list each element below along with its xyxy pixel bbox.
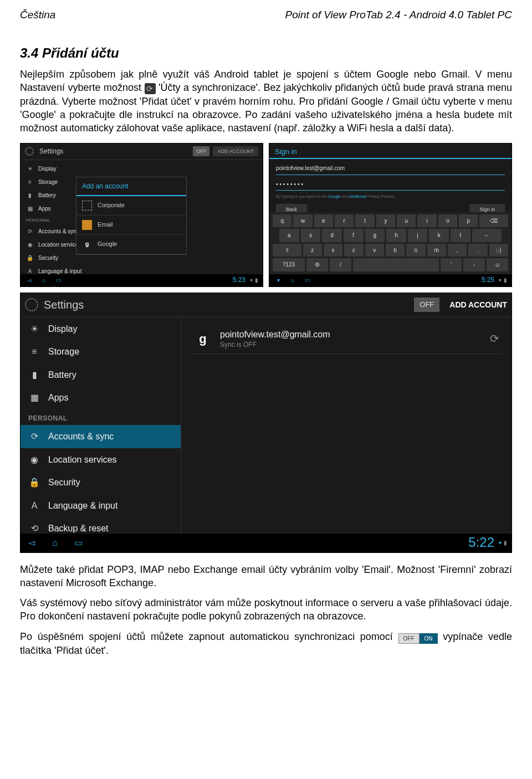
sidebar-item-location-services[interactable]: ◉Location services (21, 448, 181, 472)
toggle-on: ON (420, 633, 438, 644)
back-icon[interactable]: ◅ (25, 537, 38, 549)
key-a[interactable]: a (279, 229, 299, 242)
key-v[interactable]: v (365, 244, 384, 257)
key-t[interactable]: t (355, 214, 374, 228)
key-x[interactable]: x (324, 244, 342, 257)
popup-option-google[interactable]: gGoogle (76, 235, 186, 254)
key-?123[interactable]: ?123 (273, 258, 305, 271)
add-account-popup: Add an account Corporate Email gGoogle (76, 177, 187, 255)
keyboard: qwertyuiop⌫ asdfghjkl← ⇧zxcvbnm,.:-) ?12… (269, 212, 511, 274)
toggle-off[interactable]: OFF (193, 146, 209, 156)
display-icon: ☀ (26, 165, 34, 173)
battery-status-icon: ▮ (255, 276, 258, 284)
key-u[interactable]: u (397, 214, 416, 228)
sidebar-item-display[interactable]: ☀Display (21, 162, 263, 176)
key-e[interactable]: e (314, 214, 333, 228)
wifi-icon: ▾ (499, 539, 502, 547)
key-/[interactable]: / (330, 258, 351, 271)
sidebar-item-battery[interactable]: ▮Battery (21, 363, 181, 387)
key-b[interactable]: b (386, 244, 405, 257)
paragraph-1: Nejlepším způsobem jak plně využít váš A… (20, 68, 512, 135)
home-icon[interactable]: ⌂ (39, 276, 48, 284)
key-w[interactable]: w (293, 214, 312, 228)
recents-icon[interactable]: ▭ (54, 276, 63, 284)
google-link[interactable]: Google (328, 194, 341, 198)
google-icon: g (193, 329, 212, 348)
back-icon[interactable]: ◅ (25, 276, 34, 284)
key-,[interactable]: , (448, 244, 467, 257)
sidebar-item-security[interactable]: 🔒Security (21, 471, 181, 494)
key-:-)[interactable]: :-) (489, 244, 508, 257)
key-j[interactable]: j (408, 229, 428, 242)
key-o[interactable]: o (438, 214, 457, 228)
gear-icon (25, 147, 34, 156)
sync-toggle[interactable]: OFF (414, 298, 439, 312)
key-⚙[interactable]: ⚙ (306, 258, 328, 271)
home-icon[interactable]: ⌂ (48, 537, 62, 549)
lock-icon: 🔒 (26, 254, 34, 262)
sync-icon (145, 83, 156, 94)
key-q[interactable]: q (273, 214, 291, 228)
nav-bar: ▾ ⌂ ▭ 5:25 ▾ ▮ (269, 274, 511, 286)
nav-bar: ◅ ⌂ ▭ 5:22 ▾ ▮ (21, 534, 511, 552)
sync-now-icon[interactable]: ⟳ (490, 331, 499, 346)
toggle-off: OFF (398, 633, 420, 644)
key-m[interactable]: m (427, 244, 446, 257)
key-y[interactable]: y (376, 214, 395, 228)
wifi-icon: ▾ (250, 276, 253, 284)
paragraph-2: Můžete také přidat POP3, IMAP nebo Excha… (20, 563, 512, 590)
key-d[interactable]: d (322, 229, 342, 242)
key-f[interactable]: f (344, 229, 364, 242)
key-g[interactable]: g (365, 229, 385, 242)
key-r[interactable]: r (335, 214, 354, 228)
popup-title: Add an account (76, 177, 186, 196)
password-field[interactable]: •••••••• (276, 178, 505, 191)
battery-icon: ▮ (28, 369, 40, 381)
popup-option-corporate[interactable]: Corporate (76, 196, 186, 216)
account-row[interactable]: g pointofview.test@gmail.com Sync is OFF… (191, 324, 502, 355)
sidebar-item-accounts-sync[interactable]: ⟳Accounts & sync (21, 425, 181, 448)
key-.[interactable]: . (468, 244, 487, 257)
location-icon: ◉ (26, 240, 34, 248)
key-l[interactable]: l (451, 229, 470, 242)
settings-sidebar: ☀Display≡Storage▮Battery▦Apps PERSONAL ⟳… (21, 317, 181, 534)
section-title: 3.4 Přidání účtu (20, 44, 512, 62)
location-services-icon: ◉ (28, 454, 40, 466)
key-k[interactable]: k (429, 229, 449, 242)
key-s[interactable]: s (301, 229, 321, 242)
back-icon[interactable]: ▾ (274, 276, 283, 284)
key-i[interactable]: i (417, 214, 436, 228)
display-icon: ☀ (28, 323, 40, 335)
key-c[interactable]: c (344, 244, 363, 257)
settings-title: Settings (39, 147, 63, 156)
key-←[interactable]: ← (472, 229, 502, 242)
key-⇧[interactable]: ⇧ (273, 244, 301, 257)
screenshot-settings-add-account: Settings OFF ADD ACCOUNT ☀Display ≡Stora… (20, 143, 263, 287)
paragraph-4: Po úspěšném spojení účtů můžete zapnout … (20, 630, 512, 658)
category-personal: PERSONAL (21, 409, 181, 425)
key-n[interactable]: n (406, 244, 425, 257)
accounts-sync-icon: ⟳ (28, 430, 40, 443)
key-h[interactable]: h (386, 229, 406, 242)
popup-option-email[interactable]: Email (76, 216, 186, 235)
add-account-button[interactable]: ADD ACCOUNT (213, 146, 258, 156)
sidebar-item-apps[interactable]: ▦Apps (21, 386, 181, 409)
key--[interactable]: - (463, 258, 485, 271)
sidebar-item-language-input[interactable]: ALanguage & input (21, 494, 181, 517)
key-'[interactable]: ' (441, 258, 462, 271)
add-account-button[interactable]: ADD ACCOUNT (449, 300, 507, 310)
key-⌫[interactable]: ⌫ (479, 214, 508, 228)
key-z[interactable]: z (303, 244, 322, 257)
home-icon[interactable]: ⌂ (288, 276, 297, 284)
key-p[interactable]: p (459, 214, 478, 228)
sidebar-item-storage[interactable]: ≡Storage (21, 340, 181, 363)
recents-icon[interactable]: ▭ (303, 276, 311, 284)
recents-icon[interactable]: ▭ (71, 537, 85, 549)
key-☺[interactable]: ☺ (487, 258, 508, 271)
key-space[interactable] (353, 258, 439, 271)
additional-link[interactable]: Additional (349, 194, 366, 198)
battery-icon: ▮ (26, 192, 34, 199)
apps-icon: ▦ (28, 392, 40, 404)
email-field[interactable]: pointofview.test@gmail.com (276, 162, 505, 175)
sidebar-item-display[interactable]: ☀Display (21, 317, 181, 341)
